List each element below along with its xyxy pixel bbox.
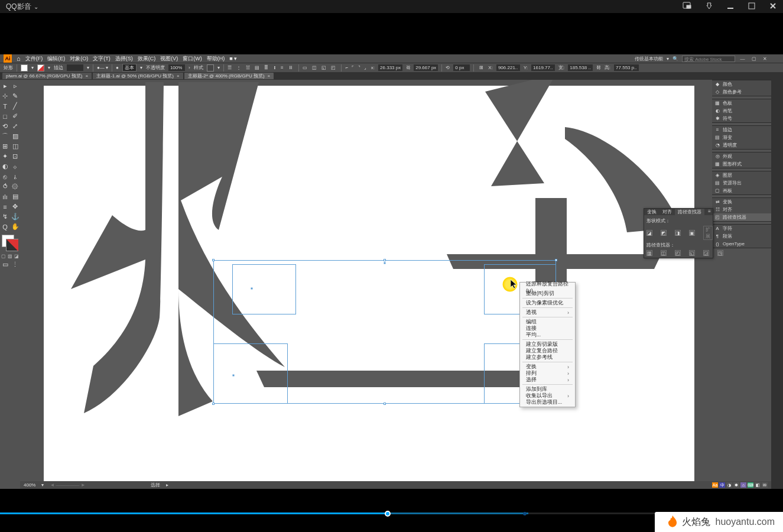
panel-图层[interactable]: ◈图层 bbox=[712, 171, 771, 179]
float-tab-pathfinder[interactable]: 路径查找器 bbox=[675, 209, 704, 215]
workspace-label[interactable]: 传统基本功能 bbox=[635, 56, 663, 62]
panel-符号[interactable]: ✱符号 bbox=[712, 115, 771, 122]
ctx-item[interactable]: 连接 bbox=[520, 325, 575, 332]
stroke-weight-field[interactable] bbox=[67, 64, 83, 71]
ai-minimize[interactable]: — bbox=[739, 56, 746, 61]
tool-item[interactable]: ⥀ bbox=[0, 181, 10, 192]
tool-item[interactable]: T bbox=[0, 101, 10, 111]
panel-颜色[interactable]: ◆颜色 bbox=[712, 80, 771, 88]
tool-item[interactable]: ⟐ bbox=[10, 161, 20, 171]
minimize-icon[interactable] bbox=[726, 2, 735, 12]
tool-item[interactable]: ⟲ bbox=[0, 121, 10, 131]
tool-item[interactable]: ⌒ bbox=[0, 131, 10, 141]
shape-mode-2[interactable]: ◨ bbox=[675, 230, 681, 236]
float-tab-transform[interactable]: 变换 bbox=[644, 209, 659, 215]
panel-渐变[interactable]: ▤渐变 bbox=[712, 134, 771, 141]
pin-icon[interactable] bbox=[705, 2, 713, 12]
tool-item[interactable]: ╱ bbox=[10, 101, 20, 111]
menu-arrange[interactable]: ■ ▾ bbox=[229, 56, 237, 61]
tool-item[interactable]: □ bbox=[0, 111, 10, 121]
gradient-mode-icon[interactable]: ▧ bbox=[7, 253, 13, 259]
control-style-basic[interactable]: 基本 bbox=[122, 64, 137, 72]
color-mode-icon[interactable]: ▢ bbox=[0, 253, 7, 259]
canvas[interactable]: 还原释放复合路径(U)重做(R)剪切设为像素级优化透视编组连接平均...建立剪切… bbox=[20, 80, 771, 489]
panel-描边[interactable]: ≡描边 bbox=[712, 126, 771, 134]
h-field[interactable]: 77.553 p.. bbox=[614, 64, 639, 71]
menu-edit[interactable]: 编辑(E) bbox=[47, 55, 65, 63]
ai-close[interactable]: ✕ bbox=[761, 56, 769, 61]
w-field[interactable]: 185.538 .. bbox=[568, 64, 593, 71]
tool-item[interactable]: ⊞ bbox=[0, 141, 10, 151]
screen-mode-icon[interactable]: ▭ bbox=[0, 259, 10, 270]
pathfinder-op-3[interactable]: ◱ bbox=[689, 250, 695, 256]
y-field[interactable]: 1619.77.. bbox=[531, 64, 555, 71]
panel-路径查找器[interactable]: ◰路径查找器 bbox=[712, 213, 771, 221]
none-mode-icon[interactable]: ◪ bbox=[13, 253, 20, 259]
stroke-swatch[interactable] bbox=[37, 64, 44, 72]
doc-tab-1[interactable]: plwm.ai @ 66.67% (RGB/GPU 预览)× bbox=[2, 73, 92, 79]
tool-item[interactable]: ✐ bbox=[10, 111, 20, 121]
panel-图形样式[interactable]: ▦图形样式 bbox=[712, 160, 771, 168]
context-menu[interactable]: 还原释放复合路径(U)重做(R)剪切设为像素级优化透视编组连接平均...建立剪切… bbox=[519, 282, 576, 407]
tool-item[interactable]: ◐ bbox=[0, 161, 10, 171]
ctx-item[interactable]: 平均... bbox=[520, 332, 575, 338]
fill-stroke-block[interactable] bbox=[0, 233, 20, 253]
panel-透明度[interactable]: ◔透明度 bbox=[712, 141, 771, 149]
panel-外观[interactable]: ◎外观 bbox=[712, 153, 771, 160]
tool-item[interactable]: ▸ bbox=[0, 81, 10, 91]
shape-mode-3[interactable]: ▣ bbox=[689, 230, 695, 236]
tool-item[interactable]: ✥ bbox=[10, 202, 20, 212]
align-group[interactable]: ☰ ⋮ ☱ ▤ ≣ ⫿ ≡ ⫼ bbox=[228, 65, 295, 70]
menu-help[interactable]: 帮助(H) bbox=[207, 55, 225, 63]
panel-画笔[interactable]: ◐画笔 bbox=[712, 107, 771, 115]
menu-view[interactable]: 视图(V) bbox=[160, 55, 178, 63]
doc-tab-3[interactable]: 主标题-2* @ 400% (RGB/GPU 预览)× bbox=[184, 73, 274, 79]
maximize-icon[interactable] bbox=[748, 2, 756, 12]
tool-item[interactable]: ılı bbox=[0, 192, 10, 202]
x-field[interactable]: 906.221.. bbox=[496, 64, 520, 71]
ctx-item[interactable]: 收集以导出 bbox=[520, 392, 575, 399]
player-dropdown-icon[interactable]: ⌄ bbox=[34, 4, 38, 10]
ctx-item[interactable]: 排列 bbox=[520, 370, 575, 377]
panel-OpenType[interactable]: ()OpenType bbox=[712, 240, 771, 248]
ctx-item[interactable]: 变换 bbox=[520, 364, 575, 370]
graphic-style-swatch[interactable] bbox=[207, 64, 214, 72]
panel-对齐[interactable]: ☷对齐 bbox=[712, 206, 771, 213]
tool-item[interactable]: ⚓ bbox=[10, 212, 20, 222]
doc-tab-2[interactable]: 主标题-1.ai @ 50% (RGB/GPU 预览)× bbox=[93, 73, 183, 79]
tool-item[interactable]: ≡ bbox=[0, 202, 10, 212]
pathfinder-op-0[interactable]: ▥ bbox=[646, 250, 652, 256]
link-icon[interactable]: ⛓ bbox=[596, 65, 601, 70]
timeline-scrubber[interactable] bbox=[385, 511, 391, 517]
corner-icons[interactable]: ⌐ ⌜ ⌝ ⌟ bbox=[345, 65, 367, 70]
search-input[interactable]: 搜索 Adobe Stock bbox=[682, 56, 735, 62]
menu-type[interactable]: 文字(T) bbox=[93, 55, 111, 63]
panel-色板[interactable]: ▦色板 bbox=[712, 99, 771, 107]
ctx-item[interactable]: 建立复合路径 bbox=[520, 348, 575, 354]
menu-select[interactable]: 选择(S) bbox=[115, 55, 133, 63]
home-icon[interactable]: ⌂ bbox=[17, 55, 21, 62]
ctx-item[interactable]: 选择 bbox=[520, 377, 575, 383]
expand-button[interactable]: 扩展 bbox=[703, 226, 713, 240]
ctx-item[interactable]: 添加到库 bbox=[520, 386, 575, 392]
tool-item[interactable]: ▹ bbox=[10, 81, 20, 91]
pathfinder-op-5[interactable]: ◳ bbox=[717, 250, 723, 256]
panel-menu-icon[interactable]: ≡ bbox=[706, 209, 713, 215]
angle-field[interactable]: 0 px bbox=[453, 64, 470, 71]
pip-icon[interactable] bbox=[683, 2, 692, 12]
tool-item[interactable]: ⤢ bbox=[10, 121, 20, 131]
shape-mode-icons[interactable]: ▭ ◫ ◱ ◰ bbox=[303, 65, 338, 70]
pathfinder-op-2[interactable]: ◰ bbox=[675, 250, 681, 256]
tool-item[interactable]: ↯ bbox=[0, 212, 10, 222]
ctx-item[interactable]: 建立剪切蒙版 bbox=[520, 341, 575, 348]
menu-effect[interactable]: 效果(C) bbox=[138, 55, 156, 63]
ai-restore[interactable]: ▢ bbox=[750, 56, 758, 61]
tool-item[interactable]: ⎋ bbox=[0, 171, 10, 181]
menu-window[interactable]: 窗口(W) bbox=[183, 55, 202, 63]
ctx-item[interactable]: 透视 bbox=[520, 309, 575, 316]
ctx-item[interactable]: 编组 bbox=[520, 319, 575, 325]
panel-字符[interactable]: A字符 bbox=[712, 225, 771, 232]
shape-mode-0[interactable]: ◪ bbox=[646, 230, 652, 236]
panel-变换[interactable]: ⇄变换 bbox=[712, 198, 771, 206]
ctx-item[interactable]: 还原释放复合路径(U) bbox=[520, 284, 575, 290]
